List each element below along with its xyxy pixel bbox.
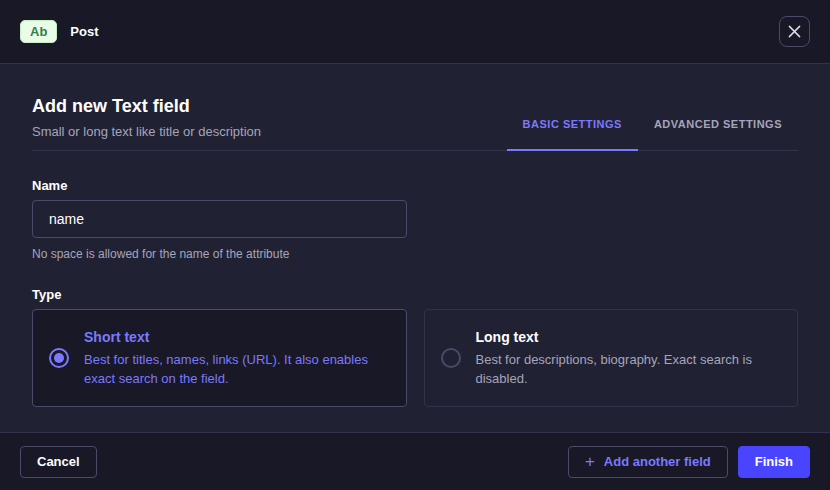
radio-unchecked-icon[interactable] [441,348,461,368]
type-option-short-text[interactable]: Short text Best for titles, names, links… [32,309,407,407]
modal-footer: Cancel + Add another field Finish [0,432,830,490]
name-helper-text: No space is allowed for the name of the … [32,247,798,261]
add-field-modal: Ab Post Add new Text field Small or long… [0,0,830,490]
radio-checked-icon[interactable] [49,348,69,368]
tab-basic-settings[interactable]: BASIC SETTINGS [507,118,638,151]
settings-tabs: BASIC SETTINGS ADVANCED SETTINGS [507,118,798,150]
cancel-button[interactable]: Cancel [20,446,97,478]
type-field-label: Type [32,287,798,302]
page-subtitle: Small or long text like title or descrip… [32,124,261,139]
footer-actions: + Add another field Finish [568,446,810,478]
modal-header: Ab Post [0,0,830,64]
type-option-title: Short text [84,329,384,345]
content-type-badge: Ab [20,20,57,43]
close-button[interactable] [779,16,810,47]
page-title: Add new Text field [32,96,261,117]
type-option-title: Long text [476,329,776,345]
add-another-field-button[interactable]: + Add another field [568,446,728,478]
name-field-section: Name No space is allowed for the name of… [32,178,798,261]
modal-body: Add new Text field Small or long text li… [0,64,830,490]
type-card-grid: Short text Best for titles, names, links… [32,309,798,407]
finish-button[interactable]: Finish [738,446,810,478]
tab-advanced-settings[interactable]: ADVANCED SETTINGS [638,118,798,151]
title-row: Add new Text field Small or long text li… [32,96,798,151]
type-option-description: Best for titles, names, links (URL). It … [84,351,384,389]
type-option-texts: Long text Best for descriptions, biograp… [476,327,776,389]
add-another-field-label: Add another field [604,454,711,469]
name-input[interactable] [32,200,407,238]
plus-icon: + [585,453,595,470]
type-option-description: Best for descriptions, biography. Exact … [476,351,776,389]
name-field-label: Name [32,178,798,193]
type-option-long-text[interactable]: Long text Best for descriptions, biograp… [424,309,799,407]
close-icon [788,25,801,38]
content-type-title: Post [70,24,98,39]
type-field-section: Type Short text Best for titles, names, … [32,287,798,407]
title-block: Add new Text field Small or long text li… [32,96,261,150]
type-option-texts: Short text Best for titles, names, links… [84,327,384,389]
